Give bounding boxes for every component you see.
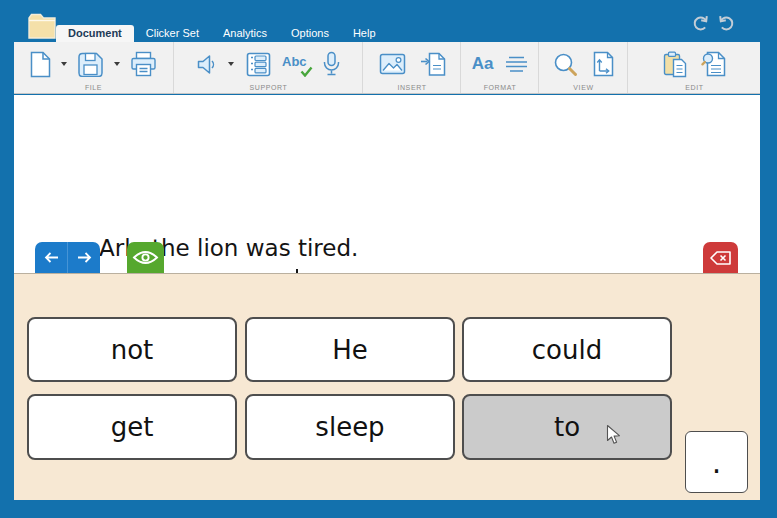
toolbar-group-support: Abc SUPPORT xyxy=(173,42,363,93)
ribbon-toolbar: FILE Abc xyxy=(14,42,760,94)
document-editor[interactable]: Arlo the lion was tired.He could not get xyxy=(14,95,760,273)
find-replace-button[interactable] xyxy=(701,51,727,77)
paste-button[interactable] xyxy=(663,51,687,78)
toolbar-group-label: VIEW xyxy=(539,84,628,91)
toolbar-group-label: SUPPORT xyxy=(174,84,363,91)
punctuation-cell[interactable]: . xyxy=(685,431,748,493)
tab-analytics[interactable]: Analytics xyxy=(211,25,279,42)
zoom-button[interactable] xyxy=(553,52,578,77)
preview-eye-button[interactable] xyxy=(127,242,164,273)
backspace-icon xyxy=(710,251,731,265)
toolbar-group-label: FILE xyxy=(14,84,173,91)
word-cell-could[interactable]: could xyxy=(462,317,672,382)
arrow-right-icon xyxy=(76,251,93,264)
folder-icon[interactable] xyxy=(27,10,57,45)
tab-options[interactable]: Options xyxy=(279,25,341,42)
backspace-button[interactable] xyxy=(703,242,738,273)
toolbar-group-view: VIEW xyxy=(538,42,628,93)
toolbar-group-label: FORMAT xyxy=(461,84,539,91)
toolbar-group-insert: INSERT xyxy=(362,42,461,93)
word-cell-get[interactable]: get xyxy=(27,394,237,460)
new-document-button[interactable] xyxy=(30,51,51,78)
save-button[interactable] xyxy=(77,51,104,77)
new-document-dropdown-icon[interactable] xyxy=(61,62,67,66)
toolbar-group-label: EDIT xyxy=(628,84,761,91)
word-cell-he[interactable]: He xyxy=(245,317,455,382)
tab-clicker-set[interactable]: Clicker Set xyxy=(134,25,211,42)
word-cell-to[interactable]: to xyxy=(462,394,672,460)
tab-document[interactable]: Document xyxy=(56,25,134,42)
menu-tabs: Document Clicker Set Analytics Options H… xyxy=(56,25,388,42)
word-cell-sleep[interactable]: sleep xyxy=(245,394,455,460)
forward-button[interactable] xyxy=(67,242,100,273)
font-format-button[interactable]: Aa xyxy=(472,54,494,74)
word-cell-not[interactable]: not xyxy=(27,317,237,382)
toolbar-group-file: FILE xyxy=(14,42,173,93)
insert-picture-button[interactable] xyxy=(379,53,406,75)
undo-icon[interactable] xyxy=(691,15,710,31)
undo-redo-group xyxy=(691,15,736,31)
save-dropdown-icon[interactable] xyxy=(114,62,120,66)
mouse-cursor xyxy=(606,424,621,445)
clicker-window: Document Clicker Set Analytics Options H… xyxy=(0,0,777,518)
spellcheck-button[interactable]: Abc xyxy=(282,51,312,77)
arrow-left-icon xyxy=(43,251,60,264)
tab-help[interactable]: Help xyxy=(341,25,388,42)
record-microphone-button[interactable] xyxy=(323,51,340,77)
insert-document-button[interactable] xyxy=(420,52,446,77)
toolbar-group-edit: EDIT xyxy=(627,42,761,93)
redo-icon[interactable] xyxy=(717,15,736,31)
print-button[interactable] xyxy=(130,51,157,77)
paragraph-align-button[interactable] xyxy=(505,56,528,73)
toolbar-group-label: INSERT xyxy=(363,84,461,91)
word-grid: not He could get sleep to . xyxy=(14,273,760,500)
word-bank-button[interactable] xyxy=(246,52,271,77)
grid-nav-buttons xyxy=(35,242,100,273)
page-size-button[interactable] xyxy=(592,51,615,77)
check-icon xyxy=(300,66,313,77)
speak-button[interactable] xyxy=(197,54,216,75)
eye-icon xyxy=(132,249,159,266)
toolbar-group-format: Aa FORMAT xyxy=(460,42,539,93)
speak-dropdown-icon[interactable] xyxy=(228,62,234,66)
back-button[interactable] xyxy=(35,242,67,273)
